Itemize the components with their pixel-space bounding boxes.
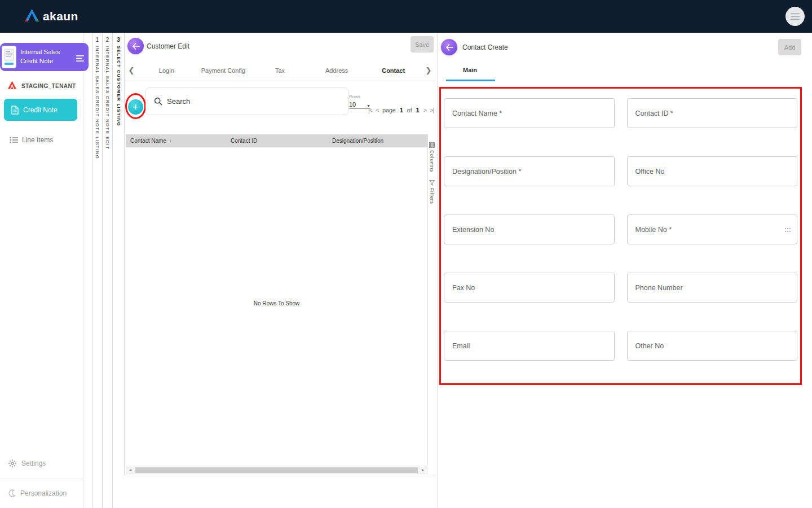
- rows-per-page-select[interactable]: 10 ▼: [349, 101, 370, 109]
- contact-create-panel: Contact Create Add Main Contact Name * C…: [437, 33, 812, 508]
- app-logo: akaun: [25, 9, 78, 24]
- designation-field[interactable]: Designation/Position *: [444, 156, 615, 186]
- workflow-tab-label: INTERNAL SALES CREDIT NOTE EDIT: [105, 46, 110, 150]
- field-label: Office No: [636, 168, 665, 176]
- scrollbar-track[interactable]: [134, 466, 419, 474]
- list-icon: [10, 137, 18, 143]
- field-label: Extension No: [452, 226, 494, 234]
- topbar: akaun: [0, 0, 812, 33]
- add-button[interactable]: Add: [778, 39, 801, 55]
- tabs-scroll-left-icon[interactable]: ❮: [125, 66, 138, 75]
- collapse-menu-icon[interactable]: [76, 54, 84, 64]
- workflow-tab-2[interactable]: 2 INTERNAL SALES CREDIT NOTE EDIT: [102, 33, 112, 508]
- tab-payment-config[interactable]: Payment Config: [195, 67, 252, 74]
- tenant-label: STAGING_TENANT: [21, 83, 76, 89]
- mobile-no-field[interactable]: Mobile No *: [627, 214, 798, 244]
- office-no-field[interactable]: Office No: [627, 156, 798, 186]
- tab-tax[interactable]: Tax: [251, 67, 308, 74]
- empty-table-message: No Rows To Show: [126, 300, 427, 306]
- email-field[interactable]: Email: [444, 331, 615, 361]
- column-header-designation[interactable]: Designation/Position: [328, 138, 427, 144]
- column-label: Designation/Position: [332, 138, 383, 144]
- columns-tool[interactable]: Columns: [429, 142, 435, 172]
- customer-edit-tabbar: ❮ Login Payment Config Tax Address Conta…: [125, 60, 435, 81]
- field-label: Contact Name *: [452, 110, 502, 117]
- contact-name-field[interactable]: Contact Name *: [444, 98, 615, 128]
- column-header-contact-id[interactable]: Contact ID: [226, 138, 328, 144]
- avatar-lines-icon: [791, 13, 800, 20]
- workflow-tab-number: 1: [96, 33, 99, 43]
- sidebar-item-settings[interactable]: Settings: [0, 457, 83, 470]
- panel-title: Customer Edit: [147, 42, 189, 50]
- rows-label: Rows: [349, 94, 372, 99]
- sidebar-item-label: Personalization: [20, 489, 67, 497]
- panel-title: Contact Create: [462, 43, 508, 51]
- annotation-rectangle: Contact Name * Contact ID * Designation/…: [439, 87, 802, 385]
- customer-edit-panel: Customer Edit Save ❮ Login Payment Confi…: [124, 33, 435, 475]
- field-label: Mobile No *: [636, 226, 672, 234]
- first-page-button[interactable]: |<: [368, 107, 372, 113]
- customer-edit-header: Customer Edit Save: [125, 33, 435, 60]
- scrollbar-thumb[interactable]: [135, 467, 418, 473]
- page-word: page: [382, 107, 395, 113]
- personalization-icon: [8, 489, 16, 497]
- filters-tool-label: Filters: [429, 188, 435, 204]
- filter-icon: [429, 180, 435, 186]
- contact-id-field[interactable]: Contact ID *: [627, 98, 798, 128]
- workflow-breadcrumb-tabs: 1 INTERNAL SALES CREDIT NOTE LISTING 2 I…: [92, 33, 124, 508]
- sort-desc-icon: ↓: [169, 138, 172, 143]
- filters-tool[interactable]: Filters: [429, 180, 435, 204]
- arrow-left-icon: [445, 44, 453, 51]
- field-label: Phone Number: [636, 284, 683, 292]
- search-icon: [154, 97, 162, 106]
- column-label: Contact Name: [130, 138, 166, 144]
- scroll-left-icon[interactable]: ◄: [126, 468, 134, 472]
- total-pages: 1: [416, 107, 420, 113]
- back-button[interactable]: [441, 39, 457, 55]
- tab-main[interactable]: Main: [463, 67, 477, 73]
- field-label: Contact ID *: [636, 110, 673, 117]
- workflow-tab-label: INTERNAL SALES CREDIT NOTE LISTING: [95, 46, 100, 159]
- phone-number-field[interactable]: Phone Number: [627, 273, 798, 303]
- back-button[interactable]: [127, 38, 144, 54]
- contact-form: Contact Name * Contact ID * Designation/…: [441, 89, 800, 383]
- columns-icon: [429, 142, 435, 148]
- tenant-icon: [8, 81, 16, 91]
- module-label: Internal Sales Credit Note: [20, 48, 68, 65]
- arrow-left-icon: [132, 43, 140, 50]
- user-avatar[interactable]: [785, 7, 805, 26]
- workflow-tab-1[interactable]: 1 INTERNAL SALES CREDIT NOTE LISTING: [92, 33, 102, 508]
- fax-no-field[interactable]: Fax No: [444, 273, 615, 303]
- other-no-field[interactable]: Other No: [627, 331, 798, 361]
- gear-icon: [8, 459, 17, 468]
- columns-tool-label: Columns: [429, 150, 435, 172]
- add-contact-button[interactable]: +: [128, 99, 143, 115]
- tenant-selector[interactable]: STAGING_TENANT: [0, 80, 83, 91]
- document-icon: [11, 106, 19, 115]
- save-button[interactable]: Save: [411, 36, 434, 52]
- brand-name: akaun: [43, 10, 78, 23]
- last-page-button[interactable]: >|: [430, 107, 434, 113]
- workflow-tab-3[interactable]: 3 SELECT CUSTOMER LISTING: [112, 33, 124, 508]
- module-banner[interactable]: Internal Sales Credit Note: [0, 43, 89, 71]
- tabs-scroll-right-icon[interactable]: ❯: [422, 66, 435, 75]
- extension-no-field[interactable]: Extension No: [444, 214, 615, 244]
- workflow-tab-number: 2: [106, 33, 109, 43]
- grid-tool-strip: Columns Filters: [427, 134, 436, 466]
- sidebar-item-label: Credit Note: [23, 106, 58, 114]
- column-header-contact-name[interactable]: Contact Name ↓: [126, 138, 226, 144]
- search-input[interactable]: [167, 97, 348, 106]
- field-label: Email: [452, 342, 470, 350]
- tab-contact[interactable]: Contact: [365, 67, 422, 74]
- workflow-tab-label: SELECT CUSTOMER LISTING: [116, 46, 121, 126]
- dialpad-icon[interactable]: [784, 225, 791, 235]
- prev-page-button[interactable]: <: [376, 107, 379, 113]
- sidebar-item-credit-note[interactable]: Credit Note: [4, 99, 77, 121]
- tab-address[interactable]: Address: [308, 67, 365, 74]
- next-page-button[interactable]: >: [423, 107, 426, 113]
- sidebar-item-personalization[interactable]: Personalization: [0, 487, 83, 500]
- scroll-right-icon[interactable]: ►: [419, 468, 427, 472]
- contact-create-header: Contact Create Add: [438, 33, 812, 61]
- tab-login[interactable]: Login: [138, 67, 195, 74]
- sidebar-item-line-items[interactable]: Line Items: [0, 134, 83, 146]
